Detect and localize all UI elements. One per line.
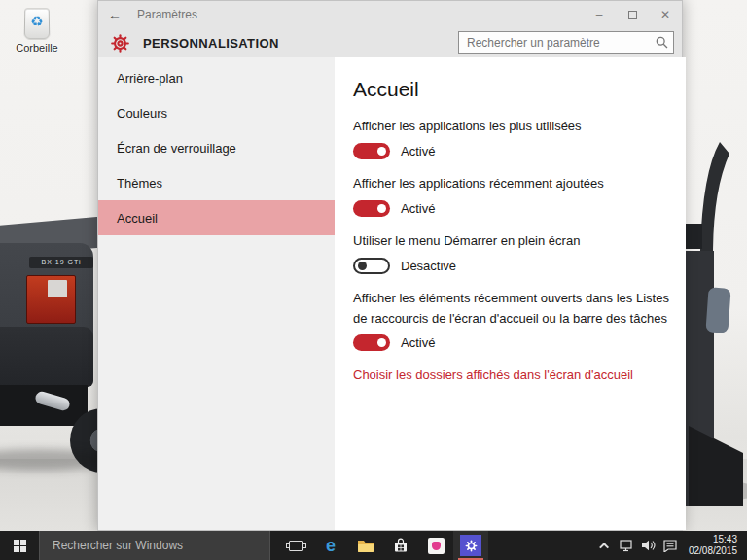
recycle-bin-label: Corbeille bbox=[14, 42, 60, 53]
clock-date: 02/08/2015 bbox=[689, 545, 737, 557]
settings-search bbox=[458, 31, 674, 54]
toggle-state-label: Activé bbox=[401, 144, 435, 158]
action-center-button[interactable] bbox=[659, 531, 681, 560]
file-explorer-button[interactable] bbox=[348, 531, 383, 560]
clock-time: 15:43 bbox=[689, 534, 737, 545]
recycle-bin-icon: ♻ bbox=[24, 8, 51, 39]
wallpaper-car-door bbox=[681, 0, 747, 560]
chevron-up-icon bbox=[600, 542, 610, 551]
sidebar-item-themes[interactable]: Thèmes bbox=[98, 165, 335, 200]
maximize-button[interactable] bbox=[616, 1, 649, 28]
toggle-state-label: Activé bbox=[401, 335, 435, 350]
settings-app-header: PERSONNALISATION bbox=[98, 28, 682, 57]
setting-label: Afficher les applications les plus utili… bbox=[353, 117, 686, 136]
toggle-state-label: Désactivé bbox=[401, 259, 456, 273]
car-door-graphic bbox=[681, 0, 747, 560]
windows-logo-icon bbox=[14, 540, 26, 552]
choose-folders-link[interactable]: Choisir les dossiers affichés dans l'écr… bbox=[353, 368, 633, 382]
settings-window: ← Paramètres – ✕ PERSONNALISATION bbox=[97, 0, 683, 531]
toggle-recent-items-jumplists[interactable] bbox=[353, 334, 390, 351]
edge-icon: e bbox=[326, 537, 336, 554]
system-tray: 15:43 02/08/2015 bbox=[595, 531, 747, 560]
wallpaper-car-rear: BX 19 GTi bbox=[0, 0, 107, 560]
action-center-icon bbox=[663, 540, 677, 552]
toggle-knob bbox=[377, 338, 386, 347]
toggle-row: Désactivé bbox=[353, 257, 686, 274]
taskbar-search[interactable] bbox=[39, 531, 270, 560]
close-button[interactable]: ✕ bbox=[649, 1, 682, 28]
toggle-row: Activé bbox=[353, 334, 686, 352]
folder-icon bbox=[357, 539, 374, 552]
car-bumper bbox=[0, 327, 93, 387]
settings-app-icon bbox=[460, 535, 481, 556]
setting-most-used-apps: Afficher les applications les plus utili… bbox=[353, 117, 686, 159]
pink-app-icon bbox=[428, 538, 445, 554]
network-icon bbox=[620, 540, 634, 552]
taskbar-clock[interactable]: 15:43 02/08/2015 bbox=[681, 534, 743, 557]
toggle-knob bbox=[377, 204, 386, 213]
minimize-button[interactable]: – bbox=[583, 1, 616, 28]
toggle-row: Activé bbox=[353, 142, 686, 159]
car-badge: BX 19 GTi bbox=[29, 257, 93, 268]
pink-app-glyph bbox=[432, 542, 441, 550]
recycle-arrows-icon: ♻ bbox=[25, 14, 49, 28]
sidebar-item-accueil[interactable]: Accueil bbox=[98, 200, 335, 235]
setting-recent-items-jumplists: Afficher les éléments récemment ouverts … bbox=[353, 289, 686, 351]
volume-button[interactable] bbox=[638, 531, 659, 560]
start-button[interactable] bbox=[0, 531, 39, 560]
toggle-fullscreen-start[interactable] bbox=[353, 258, 390, 274]
toggle-recently-added-apps[interactable] bbox=[353, 200, 390, 217]
taskbar: e bbox=[0, 531, 747, 560]
settings-body: Arrière-plan Couleurs Écran de verrouill… bbox=[98, 57, 682, 530]
toggle-row: Activé bbox=[353, 199, 686, 217]
sidebar-item-ecran-de-verrouillage[interactable]: Écran de verrouillage bbox=[98, 130, 335, 165]
setting-label: Afficher les applications récemment ajou… bbox=[353, 174, 686, 193]
settings-sidebar: Arrière-plan Couleurs Écran de verrouill… bbox=[98, 57, 335, 530]
window-titlebar: ← Paramètres – ✕ bbox=[98, 1, 682, 28]
toggle-knob bbox=[377, 147, 386, 156]
tray-expand-button[interactable] bbox=[595, 531, 617, 560]
maximize-icon bbox=[628, 11, 637, 19]
store-icon bbox=[393, 538, 409, 553]
back-button[interactable]: ← bbox=[98, 7, 131, 22]
sidebar-item-couleurs[interactable]: Couleurs bbox=[98, 95, 335, 130]
content-heading: Accueil bbox=[353, 77, 686, 102]
sidebar-item-arriere-plan[interactable]: Arrière-plan bbox=[98, 60, 335, 95]
task-view-button[interactable] bbox=[278, 531, 313, 560]
settings-search-input[interactable] bbox=[458, 31, 674, 54]
gear-icon bbox=[465, 540, 478, 552]
setting-label: Afficher les éléments récemment ouverts … bbox=[353, 289, 686, 328]
setting-fullscreen-start: Utiliser le menu Démarrer en plein écran… bbox=[353, 231, 686, 274]
toggle-knob bbox=[358, 262, 367, 270]
taskbar-search-input[interactable] bbox=[40, 531, 269, 560]
settings-app-button[interactable] bbox=[453, 531, 488, 560]
setting-recently-added-apps: Afficher les applications récemment ajou… bbox=[353, 174, 686, 217]
task-view-icon bbox=[289, 541, 303, 551]
network-button[interactable] bbox=[617, 531, 638, 560]
car-taillight bbox=[26, 275, 76, 324]
window-title: Paramètres bbox=[137, 8, 583, 21]
setting-label: Utiliser le menu Démarrer en plein écran bbox=[353, 231, 686, 251]
pink-app-button[interactable] bbox=[418, 531, 453, 560]
edge-button[interactable]: e bbox=[313, 531, 348, 560]
page-title: PERSONNALISATION bbox=[143, 36, 279, 51]
recycle-bin-shortcut[interactable]: ♻ Corbeille bbox=[14, 8, 60, 53]
gear-icon bbox=[110, 33, 130, 53]
search-icon bbox=[656, 36, 668, 49]
toggle-most-used-apps[interactable] bbox=[353, 143, 390, 159]
toggle-state-label: Activé bbox=[401, 201, 435, 216]
speaker-icon bbox=[641, 540, 656, 551]
store-button[interactable] bbox=[383, 531, 418, 560]
settings-content: Accueil Afficher les applications les pl… bbox=[335, 57, 686, 530]
window-caption-buttons: – ✕ bbox=[583, 1, 682, 28]
